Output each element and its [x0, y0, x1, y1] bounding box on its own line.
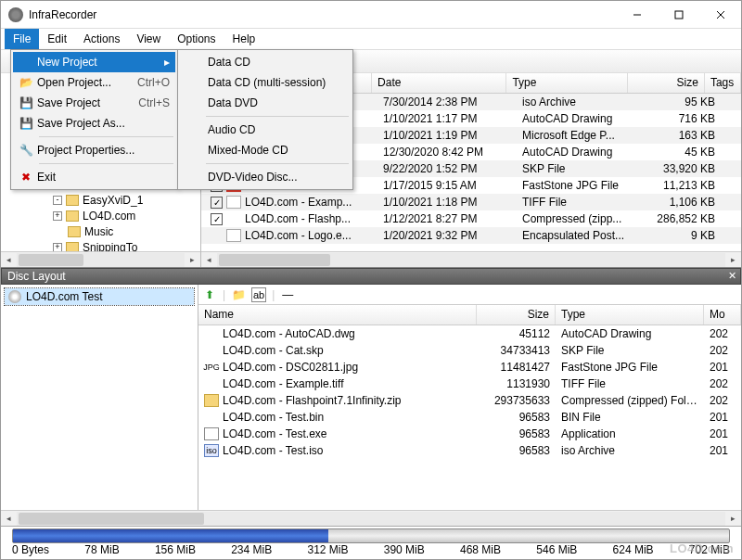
- disc-file-row[interactable]: LO4D.com - Test.bin96583BIN File201: [198, 409, 741, 426]
- expander-icon[interactable]: +: [53, 211, 62, 221]
- filelist-hscroll[interactable]: ◂ ▸: [201, 251, 741, 267]
- tree-item[interactable]: -EasyXviD_1: [31, 192, 200, 208]
- scroll-right-icon[interactable]: ▸: [185, 252, 200, 268]
- menu-view[interactable]: View: [128, 29, 169, 49]
- properties-icon: 🔧: [17, 143, 35, 158]
- disc-file-row[interactable]: LO4D.com - AutoCAD.dwg45112AutoCAD Drawi…: [198, 325, 741, 342]
- maximize-button[interactable]: [658, 1, 699, 28]
- file-name: LO4D.com - Example.tiff: [223, 377, 344, 390]
- scroll-left-icon[interactable]: ◂: [1, 511, 17, 527]
- scroll-thumb[interactable]: [19, 254, 83, 266]
- disc-file-row[interactable]: LO4D.com - Flashpoint7.1Infinity.zip2937…: [198, 392, 741, 409]
- menu-options[interactable]: Options: [169, 29, 224, 49]
- file-type: iso Archive: [556, 444, 704, 457]
- file-name: LO4D.com - Examp...: [245, 196, 352, 209]
- panel-close-icon[interactable]: ✕: [728, 270, 736, 282]
- column-header[interactable]: Mo: [704, 305, 741, 325]
- file-size: 11481427: [477, 361, 556, 374]
- column-header[interactable]: Name: [198, 305, 477, 325]
- jpg-icon: JPG: [204, 361, 219, 374]
- new-folder-icon[interactable]: 📁: [231, 287, 246, 302]
- disc-file-row[interactable]: LO4D.com - Cat.skp34733413SKP File202: [198, 342, 741, 359]
- disc-file-row[interactable]: LO4D.com - Test.exe96583Application201: [198, 426, 741, 442]
- disc-hscroll[interactable]: ◂ ▸: [1, 510, 741, 526]
- menu-help[interactable]: Help: [224, 29, 264, 49]
- bin-icon: [204, 411, 219, 424]
- column-header[interactable]: Size: [628, 73, 705, 93]
- file-type: AutoCAD Drawing: [517, 146, 642, 159]
- column-header[interactable]: Size: [477, 305, 556, 325]
- submenu-data-dvd[interactable]: Data DVD: [180, 93, 351, 113]
- disc-tree[interactable]: LO4D.com Test: [1, 285, 198, 524]
- menuitem-label: Save Project: [37, 96, 138, 109]
- file-date: 1/17/2015 9:15 AM: [377, 179, 517, 192]
- doc-icon: [204, 377, 219, 390]
- menuitem-project-properties[interactable]: 🔧 Project Properties...: [13, 140, 175, 160]
- file-row[interactable]: ✓LO4D.com - Flashp...1/12/2021 8:27 PMCo…: [201, 210, 741, 227]
- file-type: AutoCAD Drawing: [517, 112, 642, 125]
- disc-icon: [8, 290, 21, 303]
- disc-layout-title: Disc Layout: [7, 270, 66, 283]
- file-size: 163 KB: [642, 129, 721, 142]
- column-header[interactable]: Type: [506, 73, 628, 93]
- column-header[interactable]: Type: [556, 305, 704, 325]
- disc-file-row[interactable]: LO4D.com - Example.tiff1131930TIFF File2…: [198, 375, 741, 392]
- file-date: 12/30/2020 8:42 PM: [377, 146, 517, 159]
- menu-separator: [206, 116, 349, 117]
- svg-rect-1: [675, 11, 683, 19]
- disc-root-item[interactable]: LO4D.com Test: [5, 288, 194, 305]
- file-row[interactable]: ✓LO4D.com - Examp...1/10/2021 1:18 PMTIF…: [201, 194, 741, 210]
- expander-icon[interactable]: +: [53, 243, 62, 252]
- submenu-data-cd[interactable]: Data CD: [180, 52, 351, 72]
- up-arrow-icon[interactable]: ⬆: [202, 287, 217, 302]
- scroll-left-icon[interactable]: ◂: [1, 252, 17, 268]
- submenu-data-cd-multi[interactable]: Data CD (multi-session): [180, 72, 351, 93]
- menu-edit[interactable]: Edit: [39, 29, 75, 49]
- column-header[interactable]: Tags: [705, 73, 741, 93]
- capacity-bar: 0 Bytes78 MiB156 MiB234 MiB312 MiB390 Mi…: [1, 526, 741, 559]
- file-size: 33,920 KB: [642, 162, 721, 175]
- file-size: 286,852 KB: [642, 212, 721, 225]
- tree-item[interactable]: +LO4D.com: [31, 208, 200, 223]
- file-size: 34733413: [477, 344, 556, 357]
- app-icon: [8, 7, 23, 22]
- minimize-button[interactable]: [616, 1, 658, 28]
- scroll-right-icon[interactable]: ▸: [725, 252, 741, 268]
- menuitem-save-project[interactable]: 💾 Save Project Ctrl+S: [13, 93, 175, 113]
- menuitem-new-project[interactable]: New Project ▸: [13, 52, 175, 72]
- scroll-thumb[interactable]: [19, 513, 204, 525]
- file-modified: 201: [704, 444, 741, 457]
- disc-column-headers[interactable]: NameSizeTypeMo: [198, 305, 741, 325]
- file-date: 1/10/2021 1:19 PM: [377, 129, 517, 142]
- menuitem-open-project[interactable]: 📂 Open Project... Ctrl+O: [13, 72, 175, 93]
- checkbox[interactable]: ✓: [211, 197, 223, 209]
- remove-icon[interactable]: —: [280, 287, 295, 302]
- menu-file[interactable]: File: [5, 29, 39, 49]
- scroll-right-icon[interactable]: ▸: [725, 511, 741, 527]
- capacity-tick: 468 MiB: [460, 543, 501, 556]
- checkbox[interactable]: ✓: [211, 213, 223, 225]
- expander-icon[interactable]: -: [53, 196, 62, 205]
- file-type: FastStone JPG File: [517, 179, 642, 192]
- scroll-left-icon[interactable]: ◂: [201, 252, 217, 268]
- file-size: 11,213 KB: [642, 179, 721, 192]
- disc-file-row[interactable]: JPGLO4D.com - DSC02811.jpg11481427FastSt…: [198, 359, 741, 375]
- disc-file-row[interactable]: isoLO4D.com - Test.iso96583iso Archive20…: [198, 442, 741, 459]
- file-name: LO4D.com - DSC02811.jpg: [223, 361, 358, 374]
- menubar: File Edit Actions View Options Help: [1, 29, 741, 49]
- submenu-dvd-video[interactable]: DVD-Video Disc...: [180, 167, 351, 187]
- close-button[interactable]: [699, 1, 741, 28]
- menuitem-save-project-as[interactable]: 💾 Save Project As...: [13, 113, 175, 134]
- submenu-audio-cd[interactable]: Audio CD: [180, 120, 351, 140]
- scroll-thumb[interactable]: [219, 254, 330, 266]
- tree-hscroll[interactable]: ◂ ▸: [1, 251, 200, 267]
- file-type: Encapsulated Post...: [517, 229, 642, 242]
- column-header[interactable]: Date: [372, 73, 506, 93]
- submenu-mixed-mode-cd[interactable]: Mixed-Mode CD: [180, 140, 351, 160]
- capacity-ticks: 0 Bytes78 MiB156 MiB234 MiB312 MiB390 Mi…: [1, 543, 741, 556]
- menu-actions[interactable]: Actions: [75, 29, 128, 49]
- file-row[interactable]: LO4D.com - Logo.e...1/20/2021 9:32 PMEnc…: [201, 227, 741, 244]
- rename-icon[interactable]: ab: [251, 287, 266, 302]
- tree-item[interactable]: Music: [31, 223, 200, 239]
- menuitem-exit[interactable]: ✖ Exit: [13, 167, 175, 187]
